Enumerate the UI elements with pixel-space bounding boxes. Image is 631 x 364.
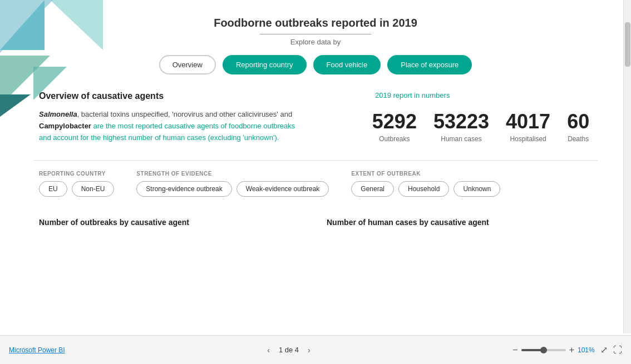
svg-marker-5 [33,67,67,100]
nav-buttons: Overview Reporting country Food vehicle … [33,55,598,74]
desc-part2: , bacterial toxins unspecified, 'norovir… [77,110,293,118]
nav-btn-food-vehicle[interactable]: Food vehicle [313,55,381,74]
filter-btn-weak-evidence[interactable]: Weak-evidence outbreak [236,181,329,197]
filter-btn-non-eu[interactable]: Non-EU [72,181,115,197]
human-cases-label: Human cases [433,135,489,143]
campylobacter-text: Campylobacter [39,122,91,130]
bottom-bar: Microsoft Power BI ‹ 1 de 4 › − + 101% ⤢… [0,335,631,364]
zoom-out-button[interactable]: − [512,345,517,355]
filter-btn-strong-evidence[interactable]: Strong-evidence outbreak [136,181,231,197]
page-title: Foodborne outbreaks reported in 2019 [33,17,598,29]
scrollbar[interactable] [623,0,631,333]
svg-marker-4 [0,94,31,117]
stats-section: 2019 report in numbers 5292 Outbreaks 53… [369,91,592,143]
strength-buttons: Strong-evidence outbreak Weak-evidence o… [136,181,329,197]
nav-btn-place-of-exposure[interactable]: Place of exposure [387,55,472,74]
zoom-slider-thumb [540,347,547,353]
next-page-button[interactable]: › [304,345,314,356]
hospitalised-label: Hospitalised [506,135,550,143]
nav-btn-overview[interactable]: Overview [159,55,216,74]
chart-block-outbreaks: Number of outbreaks by causative agent [39,218,304,232]
stat-outbreaks: 5292 Outbreaks [372,111,417,143]
extent-buttons: General Household Unknown [351,181,500,197]
powerbi-link[interactable]: Microsoft Power BI [9,346,65,354]
stats-title: 2019 report in numbers [369,91,592,99]
zoom-in-button[interactable]: + [569,345,574,355]
outbreaks-label: Outbreaks [372,135,417,143]
extent-label: EXTENT OF OUTBREAK [351,171,500,177]
zoom-slider[interactable] [521,349,566,351]
pagination: ‹ 1 de 4 › [264,345,314,356]
stat-hospitalised: 4017 Hospitalised [506,111,550,143]
fit-page-icon[interactable]: ⤢ [600,345,608,355]
zoom-level: 101% [578,346,597,354]
page-indicator: 1 de 4 [279,346,299,354]
charts-section: Number of outbreaks by causative agent N… [33,218,598,232]
reporting-country-buttons: EU Non-EU [39,181,114,197]
page-header: Foodborne outbreaks reported in 2019 Exp… [33,17,598,46]
filter-btn-general[interactable]: General [351,181,394,197]
chart-human-cases-title: Number of human cases by causative agent [327,218,592,227]
explore-label: Explore data by [33,38,598,46]
bottom-icons: ⤢ ⛶ [600,345,622,355]
overview-section: Overview of causative agents Salmonella,… [33,91,598,143]
filter-btn-unknown[interactable]: Unknown [453,181,500,197]
chart-block-human-cases: Number of human cases by causative agent [327,218,592,232]
stat-human-cases: 53223 Human cases [433,111,489,143]
filter-group-extent: EXTENT OF OUTBREAK General Household Unk… [351,171,500,197]
prev-page-button[interactable]: ‹ [264,345,273,356]
hospitalised-number: 4017 [506,111,550,133]
decorative-triangles [0,0,103,117]
nav-btn-reporting-country[interactable]: Reporting country [223,55,307,74]
header-divider [260,34,371,34]
stat-deaths: 60 Deaths [567,111,589,143]
deaths-label: Deaths [567,135,589,143]
reporting-country-label: REPORTING COUNTRY [39,171,114,177]
zoom-controls: − + 101% ⤢ ⛶ [512,345,622,355]
outbreaks-number: 5292 [372,111,417,133]
scrollbar-thumb[interactable] [625,22,630,67]
filter-btn-household[interactable]: Household [398,181,449,197]
filter-group-reporting-country: REPORTING COUNTRY EU Non-EU [39,171,114,197]
deaths-number: 60 [567,111,589,133]
filter-section: REPORTING COUNTRY EU Non-EU STRENGTH OF … [33,160,598,207]
svg-marker-2 [50,0,103,50]
chart-outbreaks-title: Number of outbreaks by causative agent [39,218,304,227]
strength-label: STRENGTH OF EVIDENCE [136,171,329,177]
filter-group-strength: STRENGTH OF EVIDENCE Strong-evidence out… [136,171,329,197]
filter-btn-eu[interactable]: EU [39,181,67,197]
expand-icon[interactable]: ⛶ [613,345,622,355]
human-cases-number: 53223 [433,111,489,133]
stats-grid: 5292 Outbreaks 53223 Human cases 4017 Ho… [369,111,592,143]
filter-groups: REPORTING COUNTRY EU Non-EU STRENGTH OF … [39,171,592,197]
